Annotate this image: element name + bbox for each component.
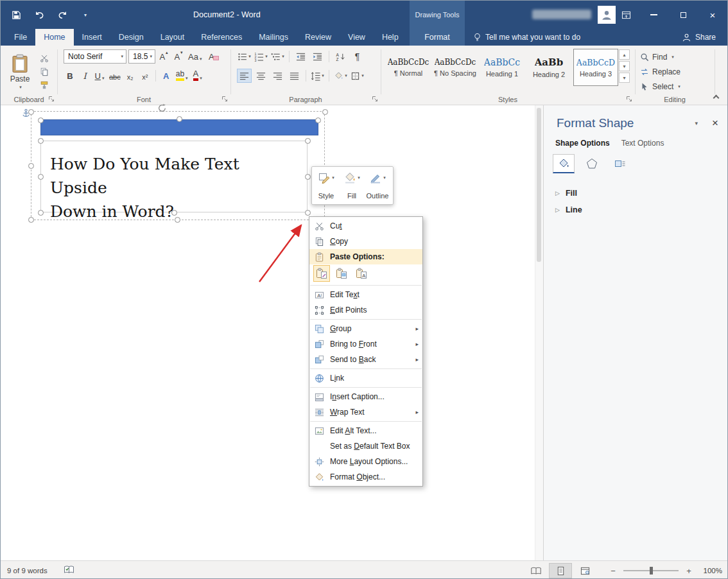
menu-item-set-as-default-text-box[interactable]: Set as Default Text Box [309,438,422,454]
font-size-combo[interactable]: 18.5▾ [128,49,155,64]
undo-icon[interactable] [33,8,46,21]
collapse-ribbon-icon[interactable] [711,93,721,101]
style-heading-2[interactable]: AaBbHeading 2 [526,49,571,86]
selection-handle[interactable] [305,210,311,216]
selection-handle[interactable] [305,174,311,180]
menu-item-link[interactable]: Link [309,370,422,386]
menu-item-bring-to-front[interactable]: Bring to Front▸ [309,336,422,352]
share-button[interactable]: Share [682,29,716,46]
menu-item-wrap-text[interactable]: Wrap Text▸ [309,404,422,420]
customize-quick-access-icon[interactable]: ▾ [79,8,92,21]
menu-item-edit-text[interactable]: AEdit Text [309,287,422,302]
pane-menu-icon[interactable]: ▾ [695,120,698,126]
selection-handle[interactable] [171,210,177,216]
align-left-button[interactable] [237,69,252,83]
multilevel-list-button[interactable]: ▾ [270,49,285,64]
layout-properties-icon[interactable] [609,154,631,173]
align-right-button[interactable] [270,69,285,83]
styles-scroll-up-icon[interactable]: ▴ [619,49,630,60]
ribbon-display-options-icon[interactable] [613,1,639,29]
replace-button[interactable]: Replace [640,65,680,78]
numbering-button[interactable]: 123▾ [254,49,268,64]
sort-button[interactable]: AZ [333,49,348,64]
zoom-percentage[interactable]: 100% [699,567,722,575]
selection-handle[interactable] [28,163,34,169]
menu-item-copy[interactable]: Copy [309,234,422,249]
tab-mailings[interactable]: Mailings [250,29,297,46]
menu-item-cut[interactable]: Cut [309,218,422,234]
selection-handle[interactable] [28,109,34,115]
selection-handle[interactable] [322,109,328,115]
underline-button[interactable]: U▾ [93,69,106,83]
menu-item-group[interactable]: Group▸ [309,321,422,336]
borders-button[interactable]: ▾ [350,69,365,83]
increase-indent-button[interactable] [310,49,325,64]
strikethrough-button[interactable]: abc [108,69,122,83]
rectangle-shape[interactable] [40,119,318,135]
clipboard-dialog-launcher-icon[interactable] [48,96,55,103]
rotate-handle-icon[interactable] [157,103,167,113]
proofing-check-icon[interactable] [64,566,74,574]
line-section-header[interactable]: ▷Line [555,205,582,214]
fill-button[interactable]: ▾ Fill [339,169,365,202]
zoom-out-button[interactable]: − [609,566,617,576]
menu-item-edit-points[interactable]: Edit Points [309,302,422,318]
tab-insert[interactable]: Insert [74,29,110,46]
tab-text-options[interactable]: Text Options [621,139,664,148]
subscript-button[interactable]: x₂ [124,69,137,83]
selection-handle[interactable] [305,138,311,144]
format-painter-button[interactable] [38,79,55,91]
select-button[interactable]: Select▾ [640,80,680,93]
style-normal[interactable]: AaBbCcDc¶ Normal [386,49,431,86]
keep-source-formatting-button[interactable] [313,265,330,282]
pane-close-icon[interactable]: × [712,117,718,130]
zoom-in-button[interactable]: + [685,566,693,576]
tab-shape-options[interactable]: Shape Options [555,139,610,148]
tab-review[interactable]: Review [297,29,340,46]
effects-pentagon-icon[interactable] [581,154,603,173]
change-case-button[interactable]: Aa▾ [187,49,203,64]
selection-handle[interactable] [175,217,180,223]
selection-handle[interactable] [38,138,44,144]
grow-font-button[interactable]: A▴ [157,49,170,64]
style-heading-1[interactable]: AaBbCcHeading 1 [480,49,524,86]
bullets-button[interactable]: ▾ [237,49,252,64]
tab-design[interactable]: Design [110,29,152,46]
web-layout-icon[interactable] [573,563,596,578]
tell-me-box[interactable]: Tell me what you want to do [474,29,580,46]
styles-gallery-expand-icon[interactable]: ▾ [619,73,630,83]
tab-references[interactable]: References [193,29,250,46]
zoom-slider-thumb[interactable] [650,567,653,575]
paragraph-dialog-launcher-icon[interactable] [372,96,379,103]
font-dialog-launcher-icon[interactable] [221,96,229,103]
redo-icon[interactable] [56,8,69,21]
read-mode-icon[interactable] [524,563,548,578]
text-box[interactable]: How Do You Make Text Upside Down in Word… [40,141,308,212]
menu-item-format-object[interactable]: Format Object... [309,469,422,485]
tab-layout[interactable]: Layout [152,29,193,46]
outline-button[interactable]: ▾ Outline [365,169,390,202]
line-spacing-button[interactable]: ▾ [310,69,325,83]
align-center-button[interactable] [254,69,268,83]
menu-item-send-to-back[interactable]: Send to Back▸ [309,352,422,367]
styles-dialog-launcher-icon[interactable] [626,96,633,103]
selection-handle[interactable] [38,117,44,123]
selection-handle[interactable] [38,174,44,180]
text-highlight-button[interactable]: ab▾ [175,69,189,83]
print-layout-icon[interactable] [549,563,572,578]
close-button[interactable]: × [698,1,727,29]
superscript-button[interactable]: x² [139,69,152,83]
clear-formatting-button[interactable]: A [205,49,218,64]
scrollbar-thumb[interactable] [537,108,541,262]
maximize-button[interactable] [668,1,698,29]
copy-button[interactable] [38,65,55,78]
font-name-combo[interactable]: Noto Serif▾ [64,49,126,64]
style-no-spacing[interactable]: AaBbCcDc¶ No Spacing [433,49,478,86]
justify-button[interactable] [287,69,302,83]
style-button[interactable]: ▾ Style [313,169,339,202]
selection-handle[interactable] [177,116,182,122]
find-button[interactable]: Find▾ [640,51,674,64]
tab-view[interactable]: View [340,29,374,46]
tab-format[interactable]: Format [410,29,465,46]
styles-scroll-down-icon[interactable]: ▾ [619,61,630,71]
